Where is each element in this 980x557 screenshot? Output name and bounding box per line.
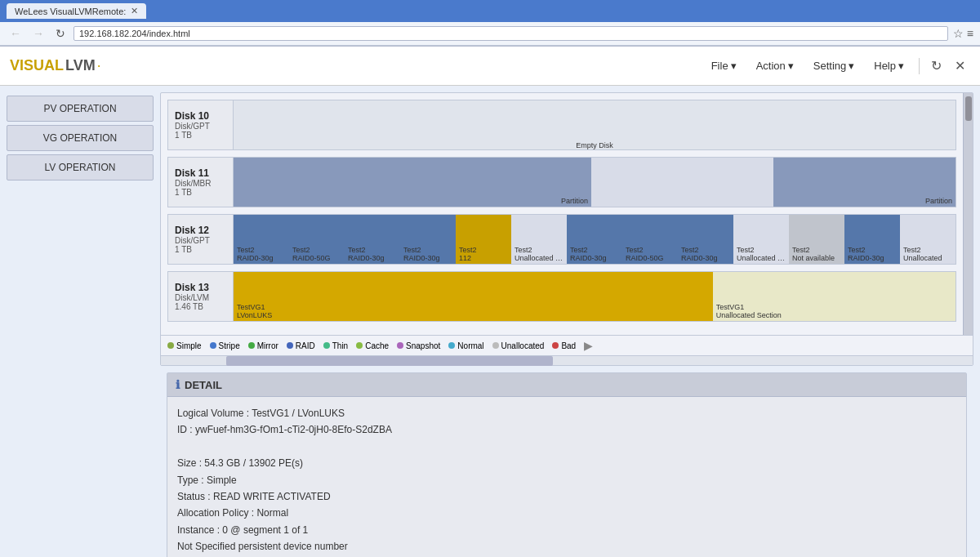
- legend-cache-label: Cache: [365, 341, 389, 350]
- detail-line-alloc: Allocation Policy : Normal: [177, 505, 956, 521]
- disk-12-seg-6: Test2Unallocated Se: [511, 215, 567, 264]
- forward-button[interactable]: →: [29, 25, 47, 42]
- legend-stripe-label: Stripe: [219, 341, 240, 350]
- disk-12-seg-4: Test2RAID0-30g: [400, 215, 456, 264]
- disk-row-11[interactable]: Disk 11 Disk/MBR 1 TB Partition Pa: [167, 157, 956, 207]
- disk-13-type: Disk/LVM: [175, 293, 226, 302]
- detail-line-device: Not Specified persistent device number: [177, 538, 956, 555]
- disk-12-seg-3: Test2RAID0-30g: [345, 215, 400, 264]
- legend-mirror-label: Mirror: [257, 341, 278, 350]
- lv-operation-button[interactable]: LV OPERATION: [7, 154, 154, 180]
- disk-13-seg-unalloc: TestVG1 Unallocated Section: [713, 272, 956, 321]
- disk-12-seg-10: Test2Unallocated Se: [733, 215, 789, 264]
- disk-13-partitions: TestVG1 LVonLUKS TestVG1 Unallocated Sec…: [234, 272, 956, 321]
- disk-12-type: Disk/GPT: [175, 236, 226, 245]
- legend-raid-dot: [287, 342, 293, 349]
- detail-line-type: Type : Simple: [177, 472, 956, 488]
- legend-bad-dot: [552, 342, 559, 349]
- disk-12-seg-12: Test2RAID0-30g: [844, 215, 900, 264]
- legend-thin: Thin: [323, 341, 348, 350]
- disk-11-name: Disk 11: [175, 167, 226, 179]
- info-icon: ℹ: [176, 378, 180, 391]
- disk-12-seg-9: Test2RAID0-30g: [678, 215, 733, 264]
- scroll-right-icon[interactable]: ▶: [584, 339, 593, 352]
- legend-unallocated-dot: [492, 342, 499, 349]
- scroll-thumb: [965, 96, 972, 121]
- action-menu[interactable]: Action ▾: [748, 56, 802, 75]
- disk-13-seg-lvm[interactable]: TestVG1 LVonLUKS: [234, 272, 713, 321]
- tab-title: WeLees VisualLVMRemote:: [15, 7, 126, 16]
- legend-normal: Normal: [448, 341, 483, 350]
- setting-menu[interactable]: Setting ▾: [805, 56, 862, 75]
- disk-12-partitions: Test2RAID0-30g Test2RAID0-50G Test2RAID0…: [234, 215, 956, 264]
- legend-bad: Bad: [552, 341, 576, 350]
- browser-title-bar: WeLees VisualLVMRemote: ✕: [0, 0, 980, 22]
- vg-operation-button[interactable]: VG OPERATION: [7, 125, 154, 151]
- app-header: VISUAL LVM • File ▾ Action ▾ Setting ▾ H…: [0, 47, 980, 86]
- menu-icon[interactable]: ≡: [967, 27, 973, 40]
- vertical-scrollbar[interactable]: [963, 93, 973, 335]
- disk-13-size: 1.46 TB: [175, 302, 226, 311]
- detail-panel: ℹ DETAIL Logical Volume : TestVG1 / LVon…: [167, 372, 967, 557]
- disk-container[interactable]: Disk 10 Disk/GPT 1 TB Empty Disk: [161, 93, 963, 335]
- disk-11-size: 1 TB: [175, 188, 226, 197]
- disk-12-size: 1 TB: [175, 245, 226, 254]
- help-menu[interactable]: Help ▾: [866, 56, 912, 75]
- file-menu[interactable]: File ▾: [703, 56, 745, 75]
- legend-thin-dot: [323, 342, 330, 349]
- legend-cache: Cache: [356, 341, 389, 350]
- disk-11-seg-1: Partition: [234, 158, 591, 207]
- address-bar[interactable]: [74, 26, 948, 41]
- browser-tab[interactable]: WeLees VisualLVMRemote: ✕: [7, 3, 146, 19]
- detail-line-2: ID : ywFuef-hm3G-fOm1-cTi2-0jH0-8Efo-S2d…: [177, 421, 956, 438]
- disk-12-seg-5: Test2112: [456, 215, 511, 264]
- legend-raid: RAID: [287, 341, 315, 350]
- back-button[interactable]: ←: [7, 25, 24, 42]
- disk-row-12[interactable]: Disk 12 Disk/GPT 1 TB Test2RAID0-30g Tes…: [167, 214, 956, 265]
- disk-13-name: Disk 13: [175, 282, 226, 293]
- legend-raid-label: RAID: [296, 341, 315, 350]
- disk-row-10[interactable]: Disk 10 Disk/GPT 1 TB Empty Disk: [167, 100, 956, 150]
- legend-thin-label: Thin: [332, 341, 348, 350]
- disk-12-seg-8: Test2RAID0-50G: [622, 215, 678, 264]
- browser-toolbar: ← → ↻ ☆ ≡: [0, 22, 980, 46]
- detail-line-1: Logical Volume : TestVG1 / LVonLUKS: [177, 405, 956, 421]
- legend-simple-label: Simple: [176, 341, 202, 350]
- logo: VISUAL LVM •: [10, 57, 100, 74]
- disk-11-type: Disk/MBR: [175, 179, 226, 188]
- disk-10-type: Disk/GPT: [175, 122, 226, 131]
- legend-stripe-dot: [210, 342, 216, 349]
- close-app-button[interactable]: ✕: [950, 55, 970, 77]
- disk-10-size: 1 TB: [175, 131, 226, 140]
- legend-bar: Simple Stripe Mirror RAID: [161, 335, 973, 355]
- disk-11-partitions: Partition Partition: [234, 158, 956, 207]
- legend-stripe: Stripe: [210, 341, 240, 350]
- disk-10-seg-empty: Empty Disk: [234, 100, 956, 149]
- refresh-button[interactable]: ↻: [52, 25, 69, 42]
- legend-snapshot: Snapshot: [397, 341, 440, 350]
- horizontal-scrollbar[interactable]: [161, 355, 973, 365]
- legend-unallocated-label: Unallocated: [501, 341, 545, 350]
- sidebar: PV OPERATION VG OPERATION LV OPERATION: [7, 96, 154, 557]
- disk-row-13[interactable]: Disk 13 Disk/LVM 1.46 TB TestVG1 LVonLUK…: [167, 271, 956, 322]
- h-scroll-thumb: [226, 356, 553, 366]
- legend-unallocated: Unallocated: [492, 341, 545, 350]
- pv-operation-button[interactable]: PV OPERATION: [7, 96, 154, 122]
- disk-12-seg-11: Test2Not available: [789, 215, 844, 264]
- file-chevron-icon: ▾: [731, 60, 737, 72]
- disk-10-label: Disk 10 Disk/GPT 1 TB: [168, 100, 234, 149]
- refresh-app-button[interactable]: ↻: [926, 55, 947, 77]
- detail-content: Logical Volume : TestVG1 / LVonLUKS ID :…: [167, 397, 966, 557]
- logo-dot: •: [98, 62, 100, 69]
- disk-11-seg-2: [591, 158, 773, 207]
- disk-12-seg-1: Test2RAID0-30g: [234, 215, 289, 264]
- disk-12-seg-13: Test2Unallocated: [900, 215, 956, 264]
- legend-bad-label: Bad: [561, 341, 576, 350]
- star-icon[interactable]: ☆: [953, 27, 964, 40]
- tab-close-icon[interactable]: ✕: [131, 6, 138, 16]
- disk-10-partitions: Empty Disk: [234, 100, 956, 149]
- disk-11-label: Disk 11 Disk/MBR 1 TB: [168, 158, 234, 207]
- disk-12-seg-2: Test2RAID0-50G: [289, 215, 345, 264]
- nav-separator: [919, 58, 920, 74]
- legend-mirror-dot: [248, 342, 255, 349]
